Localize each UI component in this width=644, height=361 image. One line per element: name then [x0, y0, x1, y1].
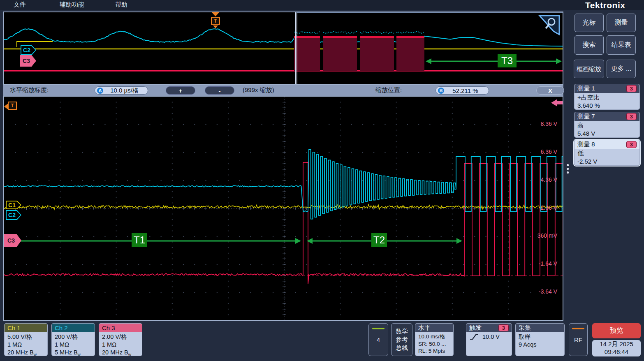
acquisition-badge[interactable]: 采集 取样 9 Acqs [515, 323, 565, 356]
voltage-label-5: 360 mV [537, 232, 557, 239]
bus-label: 总线 [396, 344, 408, 352]
sidebar-button-more[interactable]: 更多 ... [607, 60, 636, 78]
measurement-7-source-badge: 3 [626, 113, 637, 120]
channel-4-label: 4 [377, 336, 380, 343]
zoom-scale-value: 10.0 µs/格 [105, 87, 148, 95]
measurement-1-source-badge: 3 [626, 85, 637, 92]
time-text: 09:46:44 [605, 348, 628, 356]
zoom-scale-knob[interactable]: A 10.0 µs/格 [95, 86, 148, 95]
math-label: 数学 [396, 327, 408, 336]
menu-bar: 文件 辅助功能 帮助 [0, 0, 644, 10]
channel-1-badge[interactable]: Ch 1 5.00 V/格 1 MΩ 20 MHz Bw [4, 323, 48, 356]
voltage-label-1: 8.36 V [541, 120, 557, 127]
knob-b-icon: B [438, 88, 444, 94]
channel-2-bandwidth: 5 MHz Bw [55, 349, 92, 356]
channel-3-bandwidth: 20 MHz Bw [102, 349, 139, 356]
measurement-8-name: 低 [577, 149, 637, 157]
trigger-title: 触发 [469, 324, 482, 332]
panel-drag-handle[interactable] [567, 164, 569, 174]
trigger-level-arrow[interactable] [551, 99, 563, 106]
menu-file[interactable]: 文件 [14, 1, 26, 9]
channel-4-color-dash [372, 328, 385, 329]
rf-label: RF [574, 336, 582, 343]
t1-annotation-label: T1 [132, 233, 147, 247]
channel-1-header: Ch 1 [5, 324, 47, 332]
trigger-pointer-icon [213, 25, 218, 28]
voltage-label-6: -1.64 V [539, 260, 557, 267]
measurement-1-name: +占空比 [577, 93, 637, 102]
menu-utility[interactable]: 辅助功能 [60, 1, 84, 9]
acquisition-mode: 取样 [519, 333, 561, 341]
sidebar-button-cursors[interactable]: 光标 [575, 14, 604, 32]
channel-4-button[interactable]: 4 [368, 323, 388, 356]
tektronix-logo: Tektronix [585, 0, 625, 10]
rf-color-dash [572, 328, 584, 329]
trigger-source-badge: 3 [498, 324, 509, 331]
rf-button[interactable]: RF [569, 323, 588, 356]
zoom-out-button[interactable]: - [205, 86, 234, 95]
horizontal-title: 水平 [415, 324, 453, 332]
t2-annotation-label: T2 [371, 233, 387, 247]
ref-label: 参考 [396, 336, 408, 344]
trigger-badge[interactable]: 触发3 10.0 V [466, 323, 512, 356]
trigger-arrow-icon [212, 12, 219, 16]
trigger-level-head-icon [551, 99, 557, 106]
sidebar-button-results-table[interactable]: 结果表 [607, 35, 636, 55]
channel-1-bandwidth: 20 MHz Bw [7, 349, 44, 356]
main-svg [4, 97, 563, 320]
horizontal-sample-rate: SR: 50.0 ... [418, 340, 450, 348]
sidebar-button-measure[interactable]: 测量 [607, 14, 636, 32]
zoom-magnifier-icon[interactable] [538, 14, 561, 37]
voltage-label-3: 4.36 V [541, 176, 557, 183]
measurement-7-title: 测量 7 [577, 113, 595, 120]
preview-button[interactable]: 预览 [592, 323, 641, 338]
t3-annotation-label: T3 [498, 54, 517, 67]
voltage-label-7: -3.64 V [539, 288, 557, 295]
waveform-overview[interactable]: T C2 C3 T3 [3, 12, 563, 85]
measurement-8-source-badge: 3 [626, 141, 637, 148]
menu-help[interactable]: 帮助 [115, 1, 127, 9]
channel-2-badge[interactable]: Ch 2 200 V/格 1 MΩ 5 MHz Bw [51, 323, 95, 356]
trigger-t-icon: T [211, 17, 220, 25]
channel-3-badge[interactable]: Ch 3 2.00 V/格 1 MΩ 20 MHz Bw [99, 323, 142, 356]
rising-edge-icon [469, 333, 479, 340]
horizontal-record-length: RL: 5 Mpts [418, 347, 450, 355]
channel-3-header: Ch 3 [99, 324, 142, 332]
measurement-7-name: 高 [577, 121, 637, 130]
main-trigger-t-icon: T [8, 102, 17, 110]
trigger-level-value: 10.0 V [482, 333, 500, 341]
oscilloscope-screen: 文件 辅助功能 帮助 Tektronix T C2 C3 T3 [0, 0, 644, 361]
acquisition-count: 9 Acqs [519, 341, 561, 349]
main-waveform-view[interactable]: T C1 C2 C3 T1 T2 8.36 V 6.36 V 4.36 V 2.… [3, 96, 563, 321]
measurement-badge-7[interactable]: 测量 73 高5.48 V [574, 112, 640, 138]
horizontal-badge[interactable]: 水平 10.0 ms/格 SR: 50.0 ... RL: 5 Mpts [415, 323, 454, 356]
zoom-factor-label: (999x 缩放) [243, 86, 274, 94]
zoom-in-button[interactable]: + [166, 86, 195, 95]
horizontal-scale: 10.0 ms/格 [418, 333, 450, 340]
measurement-badge-8[interactable]: 测量 83 低-2.52 V [574, 140, 640, 166]
channel-1-impedance: 1 MΩ [7, 341, 44, 349]
sidebar-button-box-zoom[interactable]: 框画缩放 [574, 60, 604, 78]
zoom-window-box[interactable] [295, 12, 563, 84]
channel-3-scale: 2.00 V/格 [102, 333, 139, 341]
channel-2-scale: 200 V/格 [55, 333, 92, 341]
measurement-badge-1[interactable]: 测量 13 +占空比3.640 % [574, 84, 640, 110]
trigger-left-arrow-icon [4, 104, 8, 109]
zoom-position-value: 52.211 % [446, 87, 489, 94]
zoom-close-button[interactable]: X [536, 86, 564, 95]
zoom-control-bar: 水平缩放标度: A 10.0 µs/格 + - (999x 缩放) 缩放位置: … [3, 85, 563, 96]
datetime-display: 14 2月 2025 09:46:44 [592, 340, 641, 356]
zoom-position-label: 缩放位置: [375, 86, 402, 94]
measurement-1-value: 3.640 % [577, 102, 637, 110]
math-ref-bus-button[interactable]: 数学 参考 总线 [391, 323, 412, 356]
zoom-position-knob[interactable]: B 52.211 % [436, 86, 489, 95]
zoom-scale-label: 水平缩放标度: [10, 86, 49, 94]
date-text: 14 2月 2025 [600, 340, 633, 348]
measurement-7-value: 5.48 V [577, 130, 637, 138]
knob-a-icon: A [97, 88, 103, 94]
sidebar-button-search[interactable]: 搜索 [575, 35, 604, 55]
channel-2-impedance: 1 MΩ [55, 341, 92, 349]
channel-1-scale: 5.00 V/格 [7, 333, 44, 341]
measurement-8-value: -2.52 V [577, 157, 637, 166]
voltage-label-2: 6.36 V [541, 148, 557, 155]
